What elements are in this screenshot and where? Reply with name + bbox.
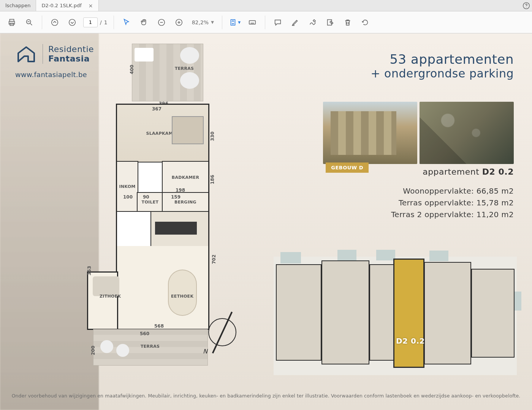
tab-label: D2-0.2 1SLK.pdf: [41, 3, 81, 8]
headline-line1: 53 appartementen: [370, 52, 514, 67]
print-button[interactable]: [5, 16, 18, 29]
disclaimer-text: Onder voorbehoud van wijzigingen en maat…: [11, 393, 521, 399]
stat-row: Terras oppervlakte: 15,78 m2: [391, 197, 514, 209]
compass-north-label: N: [203, 348, 207, 355]
apartment-prefix: appartement: [423, 167, 482, 177]
zoom-value: 82,2%: [192, 19, 209, 25]
page-up-button[interactable]: [48, 16, 61, 29]
site-url: www.fantasiapelt.be: [15, 71, 94, 79]
separator: [222, 16, 222, 29]
room-label: TERRAS: [141, 344, 160, 349]
logo-divider: [43, 44, 43, 64]
keyplan-terrace: [429, 251, 448, 261]
brand-block: Residentie Fantasia www.fantasiapelt.be: [15, 44, 94, 79]
dimension: 198: [176, 188, 185, 193]
zoom-in-button[interactable]: [173, 16, 185, 29]
page-indicator: / 1: [83, 17, 108, 27]
chevron-down-icon: ▼: [211, 20, 214, 24]
keyplan-terrace: [337, 250, 356, 260]
room-label: TERRAS: [175, 66, 194, 71]
dimension: 560: [140, 331, 149, 336]
page-current-input[interactable]: [83, 17, 98, 27]
toolbar: / 1 82,2% ▼ ▼: [0, 11, 532, 33]
headline-line2: + ondergrondse parking: [370, 67, 514, 80]
room-bathroom: BADKAMER: [163, 162, 208, 193]
close-icon[interactable]: ×: [89, 3, 93, 8]
svg-rect-2: [10, 19, 14, 21]
room-kitchen: KEUKEN: [151, 212, 208, 246]
rotate-button[interactable]: [359, 16, 372, 29]
compass-icon: [208, 318, 236, 346]
highlight-button[interactable]: [289, 16, 302, 29]
terrace-top: TERRAS: [132, 44, 203, 101]
svg-rect-16: [249, 20, 256, 24]
chevron-down-icon: ▼: [238, 20, 241, 24]
dimension: 159: [171, 194, 180, 200]
page-down-button[interactable]: [66, 16, 79, 29]
dimension: 353: [87, 266, 92, 275]
keyboard-button[interactable]: [246, 16, 259, 29]
furniture-icon: [169, 270, 196, 315]
building-badge: GEBOUW D: [326, 162, 369, 173]
room-label: SLAAPKAMER: [146, 131, 179, 136]
hand-tool[interactable]: [138, 16, 150, 29]
dimension: 90: [143, 194, 149, 200]
room-label: TOILET: [142, 200, 159, 205]
aerial-photo: [420, 102, 514, 164]
keyplan-label: D2 0.2: [396, 336, 425, 345]
help-icon[interactable]: [521, 0, 532, 11]
apartment-code: D2 0.2: [482, 167, 514, 177]
room-toilet: TOILET: [138, 193, 163, 211]
svg-line-6: [30, 23, 32, 25]
page-sep: /: [100, 19, 102, 25]
room-label: ZITHOEK: [100, 294, 121, 299]
dimension: 200: [90, 345, 96, 355]
page-total: 1: [104, 19, 108, 25]
tab-label: lschappen: [5, 3, 30, 8]
apartment-label: appartement D2 0.2: [423, 167, 514, 177]
draw-button[interactable]: [306, 16, 319, 29]
svg-point-8: [52, 19, 58, 25]
dimension: 367: [152, 106, 162, 112]
separator: [114, 16, 114, 29]
terrace-bottom: TERRAS: [93, 330, 207, 365]
zoom-select[interactable]: 82,2% ▼: [190, 18, 216, 27]
find-button[interactable]: [23, 16, 36, 29]
pdf-page: Residentie Fantasia www.fantasiapelt.be …: [11, 37, 521, 399]
room-label: BERGING: [174, 200, 196, 205]
furniture-icon: [116, 344, 129, 357]
document-viewport[interactable]: Residentie Fantasia www.fantasiapelt.be …: [0, 33, 532, 410]
room-bedroom: SLAAPKAMER: [117, 105, 208, 162]
furniture-icon: [100, 340, 113, 353]
fit-page-button[interactable]: ▼: [228, 16, 241, 29]
comment-button[interactable]: [271, 16, 284, 29]
dimension: 100: [123, 194, 133, 200]
pointer-tool[interactable]: [120, 16, 133, 29]
floor-key-plan: D2 0.2: [274, 250, 517, 375]
room-storage: BERGING: [163, 193, 208, 211]
stats-block: Woonoppervlakte: 66,85 m2 Terras oppervl…: [391, 185, 514, 221]
dimension: 186: [210, 175, 215, 184]
delete-button[interactable]: [341, 16, 354, 29]
apartment-outline: SLAAPKAMER BADKAMER INKOM TOILET BERGING…: [117, 105, 208, 329]
furniture-icon: [93, 276, 119, 296]
building-render-photo: [323, 102, 417, 164]
zoom-out-button[interactable]: [155, 16, 168, 29]
tab-previous[interactable]: lschappen: [0, 0, 36, 11]
floor-plan: TERRAS 400 396 SLAAPKAMER BADKAMER INKOM…: [87, 44, 216, 359]
keyplan-unit: [322, 261, 369, 364]
svg-rect-24: [327, 19, 331, 25]
tab-active[interactable]: D2-0.2 1SLK.pdf ×: [36, 0, 98, 11]
separator: [42, 16, 42, 29]
stat-row: Woonoppervlakte: 66,85 m2: [391, 185, 514, 197]
edit-text-button[interactable]: [324, 16, 337, 29]
dimension: 702: [211, 254, 217, 264]
keyplan-unit-highlight: [394, 260, 423, 367]
tab-bar: lschappen D2-0.2 1SLK.pdf ×: [0, 0, 532, 11]
keyplan-unit: [472, 270, 514, 357]
headline: 53 appartementen + ondergrondse parking: [370, 52, 514, 80]
keyplan-unit: [425, 263, 470, 364]
keyplan-unit: [277, 265, 321, 360]
dimension: 400: [129, 65, 135, 74]
room-label: INKOM: [119, 184, 135, 189]
